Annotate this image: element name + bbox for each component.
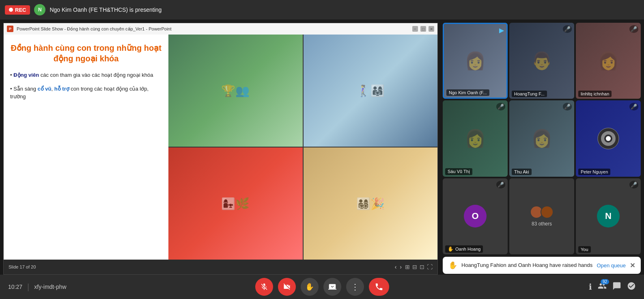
participant-name-tag-1: HoangTung F...	[512, 91, 547, 97]
participant-tile-2[interactable]: 👩 🎤 linhltq ichnhan	[576, 23, 641, 99]
presenter-avatar: N	[34, 4, 45, 15]
participants-grid: 👩 ▶ Ngo Kim Oanh (F... 👨 🎤 HoangTung F..…	[443, 23, 641, 254]
view-normal-icon[interactable]: ⊞	[405, 264, 410, 270]
bottom-center: ✋ ⋮	[255, 278, 389, 296]
main-content: P PowerPoint Slide Show - Đồng hành cùng…	[0, 20, 644, 275]
others-content: 83 others	[530, 206, 554, 227]
end-call-icon	[375, 282, 383, 291]
stop-video-button[interactable]	[278, 278, 296, 296]
participant-name-4: Thu Aki	[514, 169, 529, 174]
svg-point-2	[606, 136, 611, 141]
participant-avatar-0: 👩	[465, 51, 486, 71]
view-fit-icon[interactable]: ⊡	[420, 264, 424, 270]
participant-name-tag-6: ✋ Oanh Hoang	[445, 245, 483, 253]
more-options-button[interactable]: ⋮	[346, 278, 364, 296]
slide-bullet-1-rest: các con tham gia vào các hoạt động ngoại…	[39, 72, 153, 78]
open-queue-button[interactable]: Open queue	[597, 262, 626, 269]
others-avatar-2	[541, 206, 554, 219]
participant-name-tag-0: Ngo Kim Oanh (F...	[446, 89, 489, 96]
notification-text: HoangTung Fahion and Oanh Hoang have rai…	[461, 262, 592, 269]
chat-button[interactable]	[612, 282, 621, 292]
slide-image-4: 👨‍👩‍👧‍👦🎉	[304, 147, 437, 260]
notification-close-button[interactable]: ✕	[630, 262, 635, 269]
top-bar: REC N Ngo Kim Oanh (FE TH&THCS) is prese…	[0, 0, 644, 20]
slide-window: P PowerPoint Slide Show - Đồng hành cùng…	[3, 23, 438, 275]
participant-avatar-1: 👨	[531, 51, 552, 71]
obs-logo	[597, 127, 620, 150]
others-count-label: 83 others	[532, 221, 552, 227]
time-separator: |	[27, 282, 29, 292]
slide-image-1: 🏆👥	[168, 35, 302, 147]
mic-off-icon-1: 🎤	[563, 25, 572, 33]
image-decoration-3: 👩‍👧🌿	[221, 197, 250, 210]
slide-window-title: PowerPoint Slide Show - Đồng hành cùng c…	[17, 26, 172, 32]
more-dots-icon: ⋮	[351, 282, 359, 292]
participant-name-tag-4: Thu Aki	[512, 169, 532, 175]
view-grid-icon[interactable]: ⊟	[412, 264, 417, 270]
close-button[interactable]: ✕	[429, 26, 434, 32]
participant-name-5: Peter Nguyen	[581, 169, 608, 174]
slide-text-side: Đồng hành cùng con trong những hoạt động…	[4, 35, 168, 260]
notification-bar: ✋ HoangTung Fahion and Oanh Hoang have r…	[443, 257, 641, 274]
mic-off-icon-you: 🎤	[629, 181, 638, 188]
participant-name-2: linhltq ichnhan	[581, 91, 609, 96]
view-fullscreen-icon[interactable]: ⛶	[427, 264, 433, 270]
rec-dot	[9, 8, 13, 12]
slide-next-button[interactable]: ›	[400, 264, 402, 270]
mic-off-icon-btn	[260, 283, 268, 291]
participant-tile-others[interactable]: 83 others	[509, 178, 574, 254]
image-decoration-2: 🚶‍♀️👨‍👩‍👧	[356, 84, 385, 98]
chat-icon	[612, 282, 621, 290]
participant-tile-6[interactable]: O 🎤 ✋ Oanh Hoang	[443, 178, 508, 254]
participant-tile-5[interactable]: 🎤 Peter Nguyen	[576, 100, 641, 176]
activities-icon	[627, 282, 636, 290]
mute-mic-button[interactable]	[255, 278, 273, 296]
avatar-oanh: O	[464, 205, 487, 228]
right-panel: 👩 ▶ Ngo Kim Oanh (F... 👨 🎤 HoangTung F..…	[441, 20, 644, 275]
restore-button[interactable]: □	[420, 26, 426, 32]
slide-footer: Slide 17 of 20 ‹ › ⊞ ⊟ ⊡ ⛶	[4, 260, 437, 274]
slide-image-2: 🚶‍♀️👨‍👩‍👧	[304, 35, 437, 147]
slide-bullet-2-mid: ,	[52, 86, 54, 92]
participant-avatar-3: 👩	[465, 128, 486, 148]
slide-nav-controls: ‹ › ⊞ ⊟ ⊡ ⛶	[395, 264, 433, 270]
participant-name-tag-5: Peter Nguyen	[578, 169, 610, 175]
participant-name-6: Oanh Hoang	[455, 247, 480, 251]
image-decoration-4: 👨‍👩‍👧‍👦🎉	[356, 197, 385, 210]
mic-off-icon-2: 🎤	[629, 25, 638, 33]
rec-button[interactable]: REC	[5, 5, 30, 15]
presenter-info: Ngo Kim Oanh (FE TH&THCS) is presenting	[50, 6, 162, 13]
slide-inner: Đồng hành cùng con trong những hoạt động…	[4, 35, 437, 260]
video-off-icon-btn	[283, 283, 291, 291]
participant-avatar-2: 👩	[598, 51, 619, 71]
minimize-button[interactable]: −	[412, 26, 418, 32]
slide-view-icons: ⊞ ⊟ ⊡ ⛶	[405, 264, 433, 270]
participant-name-you: You	[581, 247, 588, 252]
rec-label: REC	[15, 7, 26, 13]
participants-button[interactable]: 92	[598, 282, 607, 292]
raise-hand-button[interactable]: ✋	[301, 278, 319, 296]
slide-title-bar: P PowerPoint Slide Show - Đồng hành cùng…	[4, 23, 437, 35]
present-icon-btn	[328, 283, 336, 291]
participant-name-1: HoangTung F...	[514, 91, 545, 96]
mic-off-icon-4: 🎤	[563, 103, 572, 110]
info-button[interactable]: ℹ	[589, 282, 592, 292]
slide-prev-button[interactable]: ‹	[395, 264, 397, 270]
image-decoration-1: 🏆👥	[221, 84, 250, 98]
bottom-right: ℹ 92	[589, 282, 636, 292]
participant-tile-you[interactable]: N 🎤 You	[576, 178, 641, 254]
hand-icon-6: ✋	[448, 246, 454, 252]
slide-bullet-2-start: Sẵn sàng	[13, 86, 37, 92]
activities-button[interactable]	[627, 282, 636, 292]
mic-off-icon-3: 🎤	[496, 103, 505, 110]
slide-heading: Đồng hành cùng con trong những hoạt động…	[10, 43, 162, 64]
slide-number: Slide 17 of 20	[9, 264, 36, 269]
participant-tile-1[interactable]: 👨 🎤 HoangTung F...	[509, 23, 574, 99]
end-call-button[interactable]	[369, 278, 389, 296]
present-screen-button[interactable]	[323, 278, 341, 296]
participant-name-3: Sáu Vũ Thị	[448, 169, 470, 174]
participant-tile-3[interactable]: 👩 🎤 Sáu Vũ Thị	[443, 100, 508, 176]
participant-tile-4[interactable]: 👩 🎤 Thu Aki	[509, 100, 574, 176]
slide-bullet-2-h2: hỗ trợ	[54, 86, 69, 92]
participant-tile-0[interactable]: 👩 ▶ Ngo Kim Oanh (F...	[443, 23, 508, 99]
